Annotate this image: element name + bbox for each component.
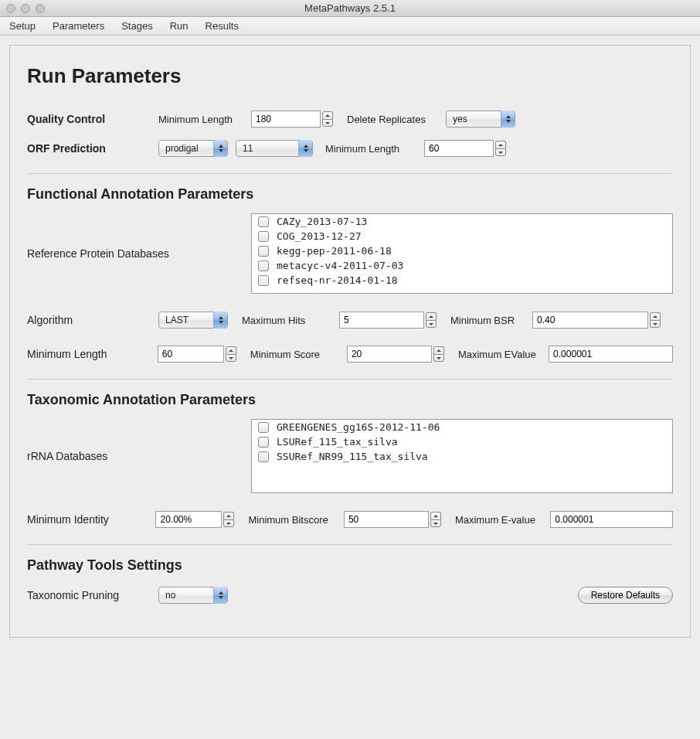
orf-minlen-input[interactable] [424, 140, 494, 157]
orf-code-select[interactable]: 11 [236, 140, 313, 157]
stepper-up-icon[interactable] [430, 512, 441, 519]
algo-select[interactable]: LAST [158, 312, 228, 329]
stepper-up-icon[interactable] [650, 312, 661, 320]
qc-label: Quality Control [27, 113, 151, 125]
qc-minlen-input[interactable] [251, 111, 321, 128]
maxeval-input[interactable] [549, 346, 673, 363]
menu-results[interactable]: Results [206, 20, 239, 32]
pwy-section-title: Pathway Tools Settings [27, 557, 673, 574]
orf-minlen-field[interactable] [424, 140, 506, 157]
minscore-input[interactable] [347, 346, 432, 363]
checkbox[interactable] [258, 275, 269, 286]
tax-maxe-input[interactable] [550, 511, 673, 528]
stepper-down-icon[interactable] [226, 354, 236, 362]
tax-row1: Minimum Identity Minimum Bitscore Maximu… [27, 509, 673, 530]
maxhits-input[interactable] [339, 312, 424, 329]
stepper-up-icon[interactable] [226, 346, 236, 354]
func-ref-row: Reference Protein Databases CAZy_2013-07… [27, 213, 673, 294]
stepper-down-icon[interactable] [426, 320, 437, 328]
stepper-up-icon[interactable] [223, 512, 234, 519]
divider [27, 379, 673, 380]
checkbox[interactable] [258, 451, 269, 462]
checkbox[interactable] [258, 422, 269, 433]
orf-minlen-label: Minimum Length [325, 143, 416, 155]
list-item[interactable]: CAZy_2013-07-13 [252, 214, 672, 229]
list-item[interactable]: kegg-pep-2011-06-18 [252, 243, 672, 258]
stepper-down-icon[interactable] [223, 519, 234, 527]
rrna-db-listbox[interactable]: GREENGENES_gg16S-2012-11-06 LSURef_115_t… [251, 419, 673, 493]
chevron-updown-icon [501, 111, 515, 128]
orf-row: ORF Prediction prodigal 11 Minimum Lengt… [27, 138, 673, 159]
stepper-down-icon[interactable] [650, 320, 661, 328]
chevron-updown-icon [213, 140, 227, 157]
maxhits-field[interactable] [339, 312, 437, 329]
menu-stages[interactable]: Stages [121, 20, 152, 32]
menu-parameters[interactable]: Parameters [53, 20, 104, 32]
algo-value: LAST [165, 315, 189, 325]
minid-field[interactable] [155, 511, 234, 528]
list-item[interactable]: LSURef_115_tax_silva [252, 434, 672, 449]
list-item[interactable]: COG_2013-12-27 [252, 229, 672, 243]
minbsr-label: Minimum BSR [450, 315, 525, 326]
parameters-panel: Run Parameters Quality Control Minimum L… [9, 45, 691, 638]
minimize-window-button[interactable] [21, 4, 30, 13]
stepper-down-icon[interactable] [433, 354, 444, 362]
func-row1: Algorithm LAST Maximum Hits Minimum BSR [27, 309, 673, 331]
minbit-label: Minimum Bitscore [248, 514, 335, 526]
window-titlebar: MetaPathways 2.5.1 [0, 0, 700, 17]
tax-section-title: Taxonomic Annotation Parameters [27, 392, 673, 408]
chevron-updown-icon [213, 587, 227, 604]
func-minlen-field[interactable] [158, 346, 236, 363]
stepper-down-icon[interactable] [322, 119, 333, 127]
divider [27, 544, 673, 545]
chevron-updown-icon [213, 312, 227, 329]
minbit-field[interactable] [344, 511, 441, 528]
tax-rrna-row: rRNA Databases GREENGENES_gg16S-2012-11-… [27, 419, 673, 493]
tax-maxe-label: Maximum E-value [455, 514, 542, 526]
checkbox[interactable] [258, 216, 269, 227]
orf-tool-value: prodigal [165, 143, 199, 154]
checkbox[interactable] [258, 437, 269, 448]
func-row2: Minimum Length Minimum Score Maximum EVa… [27, 343, 673, 365]
list-item[interactable]: refseq-nr-2014-01-18 [252, 273, 672, 288]
stepper-up-icon[interactable] [495, 141, 506, 148]
stepper-up-icon[interactable] [433, 346, 444, 354]
qc-row: Quality Control Minimum Length Delete Re… [27, 108, 673, 130]
checkbox[interactable] [258, 246, 269, 257]
minbsr-field[interactable] [532, 312, 661, 329]
prune-select[interactable]: no [158, 587, 228, 604]
menu-setup[interactable]: Setup [9, 20, 36, 32]
qc-delrep-label: Delete Replicates [347, 114, 438, 125]
restore-defaults-button[interactable]: Restore Defaults [578, 587, 673, 604]
prune-value: no [165, 590, 175, 601]
minbit-input[interactable] [344, 511, 429, 528]
orf-code-value: 11 [243, 143, 253, 154]
orf-tool-select[interactable]: prodigal [158, 140, 228, 157]
stepper-down-icon[interactable] [495, 148, 506, 156]
menu-run[interactable]: Run [170, 20, 189, 32]
checkbox[interactable] [258, 261, 269, 271]
orf-label: ORF Prediction [27, 142, 151, 155]
list-item[interactable]: GREENGENES_gg16S-2012-11-06 [252, 420, 672, 434]
stepper-up-icon[interactable] [322, 111, 333, 119]
menubar: Setup Parameters Stages Run Results [0, 17, 700, 36]
window-title: MetaPathways 2.5.1 [0, 2, 700, 14]
stepper-down-icon[interactable] [430, 519, 441, 527]
minid-input[interactable] [155, 511, 222, 528]
list-item[interactable]: SSURef_NR99_115_tax_silva [252, 449, 672, 464]
qc-minlen-field[interactable] [251, 111, 333, 128]
minscore-field[interactable] [347, 346, 444, 363]
minbsr-input[interactable] [532, 312, 648, 329]
zoom-window-button[interactable] [36, 4, 45, 13]
protein-db-listbox[interactable]: CAZy_2013-07-13 COG_2013-12-27 kegg-pep-… [251, 213, 673, 294]
maxeval-label: Maximum EValue [458, 349, 541, 360]
maxhits-label: Maximum Hits [242, 315, 331, 326]
checkbox[interactable] [258, 231, 269, 242]
algo-label: Algorithm [27, 314, 151, 326]
list-item[interactable]: metacyc-v4-2011-07-03 [252, 258, 672, 273]
func-minlen-input[interactable] [158, 346, 224, 363]
rrna-label: rRNA Databases [27, 450, 243, 462]
close-window-button[interactable] [6, 4, 15, 13]
stepper-up-icon[interactable] [426, 312, 437, 320]
qc-delrep-select[interactable]: yes [446, 111, 515, 128]
